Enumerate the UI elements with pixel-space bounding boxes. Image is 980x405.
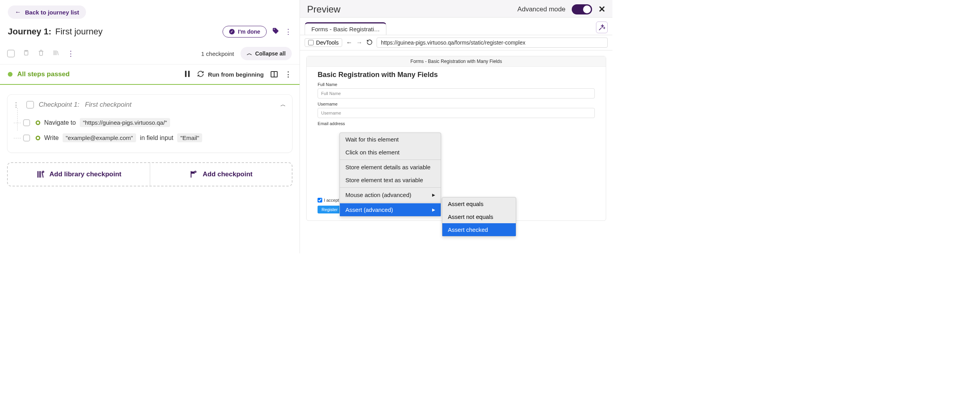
assert-checked-label: Assert checked xyxy=(448,226,488,233)
devtools-toggle[interactable]: DevTools xyxy=(305,38,342,47)
checkpoint-header: ⋮ Checkpoint 1: First checkpoint ︿ xyxy=(13,101,286,109)
checkpoint-name: First checkpoint xyxy=(85,101,131,108)
steps-list: Navigate to "https://guinea-pigs.virtuos… xyxy=(13,115,286,145)
browser-tab[interactable]: Forms - Basic Registrati… xyxy=(305,22,386,35)
chevron-right-icon: ▶ xyxy=(432,208,435,212)
field-username: Username Username xyxy=(318,102,595,118)
username-placeholder: Username xyxy=(321,111,341,115)
add-checkpoint-button[interactable]: Add checkpoint xyxy=(150,163,292,186)
status-dot-icon xyxy=(8,72,13,77)
check-icon: ✓ xyxy=(229,29,235,34)
preview-header: Preview Advanced mode ✕ xyxy=(300,0,612,17)
step-status-icon xyxy=(36,136,40,140)
preview-header-right: Advanced mode ✕ xyxy=(517,4,605,14)
close-icon[interactable]: ✕ xyxy=(598,4,605,14)
refresh-icon xyxy=(197,70,204,79)
magic-wand-icon[interactable] xyxy=(596,22,608,33)
select-all-checkbox[interactable] xyxy=(7,50,15,57)
url-input[interactable] xyxy=(377,38,608,48)
status-left: All steps passed xyxy=(8,70,70,78)
assert-submenu[interactable]: Assert equals Assert not equals Assert c… xyxy=(442,197,516,237)
journey-menu-icon[interactable]: ⋮ xyxy=(285,27,292,36)
step-row[interactable]: Write "example@example.com" in field inp… xyxy=(25,130,286,145)
ctx-separator xyxy=(340,159,441,160)
add-checkpoint-label: Add checkpoint xyxy=(203,170,253,178)
pause-icon[interactable] xyxy=(185,71,190,78)
field-fullname: Full Name Full Name xyxy=(318,82,595,99)
collapse-all-button[interactable]: ︿ Collapse all xyxy=(241,47,292,60)
ctx-click-item[interactable]: Click on this element xyxy=(340,146,441,159)
status-text: All steps passed xyxy=(17,70,70,78)
terms-checkbox[interactable] xyxy=(318,198,322,202)
journey-actions: ✓ I'm done ⋮ xyxy=(223,26,292,38)
devtools-checkbox[interactable] xyxy=(308,40,314,45)
nav-forward-icon[interactable]: → xyxy=(356,39,363,46)
ctx-assert-label: Assert (advanced) xyxy=(345,206,393,213)
page-viewport: Forms - Basic Registration with Many Fie… xyxy=(300,50,612,253)
toolbar-menu-icon[interactable]: ⋮ xyxy=(67,49,74,58)
back-button[interactable]: ← Back to journey list xyxy=(8,5,86,19)
ctx-separator xyxy=(340,187,441,188)
add-library-checkpoint-button[interactable]: Add library checkpoint xyxy=(8,163,150,186)
username-input[interactable]: Username xyxy=(318,108,595,118)
step-checkbox[interactable] xyxy=(23,119,30,126)
nav-arrows: ← → xyxy=(346,39,363,46)
page-card: Forms - Basic Registration with Many Fie… xyxy=(306,56,606,221)
submenu-assert-equals[interactable]: Assert equals xyxy=(442,197,516,210)
clipboard-icon[interactable] xyxy=(23,49,30,58)
done-button[interactable]: ✓ I'm done xyxy=(223,26,267,38)
status-menu-icon[interactable]: ⋮ xyxy=(285,70,292,79)
step-checkbox[interactable] xyxy=(23,134,30,142)
ctx-wait-label: Wait for this element xyxy=(345,136,398,143)
add-library-label: Add library checkpoint xyxy=(49,170,121,178)
step-mid-text: in field input xyxy=(140,134,173,142)
tab-bar: Forms - Basic Registrati… xyxy=(300,18,612,35)
reload-icon[interactable] xyxy=(366,39,373,47)
checkpoint-checkbox[interactable] xyxy=(26,101,34,109)
ctx-click-label: Click on this element xyxy=(345,149,399,156)
assert-not-equals-label: Assert not equals xyxy=(448,213,493,220)
submenu-assert-checked[interactable]: Assert checked xyxy=(442,223,516,236)
submenu-assert-not-equals[interactable]: Assert not equals xyxy=(442,210,516,223)
step-verb: Write xyxy=(44,134,59,142)
fullname-input[interactable]: Full Name xyxy=(318,88,595,99)
advanced-mode-toggle[interactable] xyxy=(572,4,592,14)
checkpoint-title: Checkpoint 1: First checkpoint xyxy=(39,101,131,109)
add-actions-row: Add library checkpoint Add checkpoint xyxy=(7,162,293,186)
ctx-store-details-item[interactable]: Store element details as variable xyxy=(340,161,441,174)
field-email: Email address xyxy=(318,121,595,127)
step-value-2: "Email" xyxy=(177,133,202,142)
advanced-mode-label: Advanced mode xyxy=(517,5,565,13)
register-button[interactable]: Register xyxy=(318,206,341,213)
library-icon[interactable] xyxy=(52,49,59,58)
ctx-store-details-label: Store element details as variable xyxy=(345,164,431,170)
done-label: I'm done xyxy=(238,29,260,35)
status-right: Run from beginning ⋮ xyxy=(185,70,292,79)
journey-title: Journey 1: First journey xyxy=(8,27,102,37)
panel-layout-icon[interactable] xyxy=(271,71,278,77)
ctx-store-text-label: Store element text as variable xyxy=(345,177,423,183)
journey-header: Journey 1: First journey ✓ I'm done ⋮ xyxy=(0,19,300,43)
run-label: Run from beginning xyxy=(208,71,264,78)
preview-pane: Preview Advanced mode ✕ Forms - Basic Re… xyxy=(300,0,612,253)
nav-back-icon[interactable]: ← xyxy=(346,39,352,46)
step-row[interactable]: Navigate to "https://guinea-pigs.virtuos… xyxy=(25,115,286,130)
tag-icon[interactable] xyxy=(272,27,279,36)
journey-prefix: Journey 1: xyxy=(8,27,51,37)
chevron-up-icon[interactable]: ︿ xyxy=(280,101,286,108)
chevron-right-icon: ▶ xyxy=(432,193,435,197)
trash-icon[interactable] xyxy=(38,49,45,58)
devtools-label: DevTools xyxy=(316,39,339,46)
embedded-browser: Forms - Basic Registrati… DevTools ← → xyxy=(300,17,612,253)
ctx-wait-item[interactable]: Wait for this element xyxy=(340,133,441,146)
url-bar: DevTools ← → xyxy=(300,35,612,50)
context-menu[interactable]: Wait for this element Click on this elem… xyxy=(339,133,441,217)
form-title: Basic Registration with Many Fields xyxy=(318,71,595,79)
ctx-assert-item[interactable]: Assert (advanced) ▶ xyxy=(340,203,441,216)
checkpoint-prefix: Checkpoint 1: xyxy=(39,101,79,108)
checkpoint-menu-icon[interactable]: ⋮ xyxy=(13,101,19,109)
arrow-left-icon: ← xyxy=(15,9,21,16)
ctx-store-text-item[interactable]: Store element text as variable xyxy=(340,174,441,186)
run-from-beginning-button[interactable]: Run from beginning xyxy=(197,70,264,79)
ctx-mouse-item[interactable]: Mouse action (advanced) ▶ xyxy=(340,188,441,201)
